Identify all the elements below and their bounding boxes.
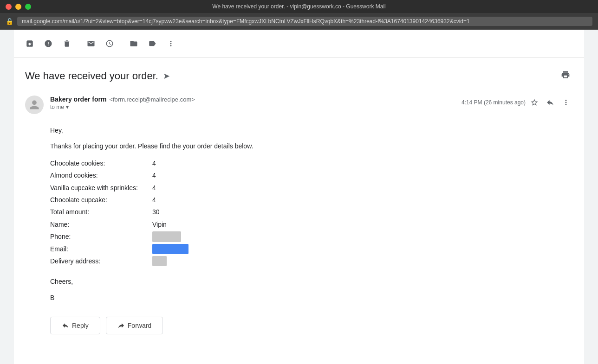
order-value: 4 xyxy=(152,157,188,169)
window-title: We have received your order. - vipin@gue… xyxy=(212,3,385,10)
title-bar: We have received your order. - vipin@gue… xyxy=(0,0,598,13)
order-label: Chocolate cupcake: xyxy=(50,194,152,206)
close-button[interactable] xyxy=(6,4,12,10)
reply-label: Reply xyxy=(72,322,89,329)
table-row: Delivery address: xyxy=(50,255,188,267)
order-value: Vipin xyxy=(152,218,188,230)
order-value: 4 xyxy=(152,169,188,181)
table-row: Phone: xyxy=(50,230,188,243)
address-bar: 🔒 mail.google.com/mail/u/1/?ui=2&view=bt… xyxy=(0,13,598,30)
table-row: Total amount: 30 xyxy=(50,206,188,218)
sender-row: Bakery order form <form.receipt@mailreci… xyxy=(25,96,573,114)
label-button[interactable] xyxy=(144,35,161,52)
more-actions-button[interactable] xyxy=(559,96,573,109)
table-row: Email: xyxy=(50,243,188,255)
email-body: Hey, Thanks for placing your order. Plea… xyxy=(25,125,573,303)
redacted-email xyxy=(152,244,188,254)
lock-icon: 🔒 xyxy=(6,18,13,25)
redacted-address xyxy=(152,256,167,266)
avatar xyxy=(25,96,44,114)
order-label: Name: xyxy=(50,218,152,230)
forward-button[interactable]: Forward xyxy=(106,317,163,334)
window-controls xyxy=(6,4,31,10)
action-buttons: Reply Forward xyxy=(25,317,573,334)
closing-cheers: Cheers, xyxy=(50,276,573,287)
mark-unread-button[interactable] xyxy=(83,35,99,52)
minimize-button[interactable] xyxy=(15,4,21,10)
order-value: 30 xyxy=(152,206,188,218)
email-toolbar xyxy=(14,30,584,58)
closing-initial: B xyxy=(50,293,573,303)
print-button[interactable] xyxy=(558,67,573,84)
sender-name-row: Bakery order form <form.receipt@mailreci… xyxy=(50,96,455,103)
maximize-button[interactable] xyxy=(25,4,31,10)
reply-quick-button[interactable] xyxy=(543,96,557,109)
intro-text: Thanks for placing your order. Please fi… xyxy=(50,141,573,151)
to-label: to me xyxy=(50,104,64,110)
to-dropdown-icon[interactable]: ▾ xyxy=(66,104,69,110)
sender-actions: 4:14 PM (26 minutes ago) xyxy=(462,96,573,109)
email-container: We have received your order. ➤ Bakery or… xyxy=(14,58,584,353)
order-table: Chocolate cookies: 4 Almond cookies: 4 V… xyxy=(50,157,188,268)
spam-button[interactable] xyxy=(40,35,57,52)
order-label: Almond cookies: xyxy=(50,169,152,181)
order-label: Total amount: xyxy=(50,206,152,218)
order-value: 4 xyxy=(152,182,188,194)
reply-button[interactable]: Reply xyxy=(50,317,100,334)
redacted-phone xyxy=(152,231,181,242)
email-timestamp: 4:14 PM (26 minutes ago) xyxy=(462,99,526,106)
order-value-email xyxy=(152,243,188,255)
forward-label: Forward xyxy=(128,322,151,329)
table-row: Almond cookies: 4 xyxy=(50,169,188,181)
to-row: to me ▾ xyxy=(50,104,455,110)
label-icon[interactable]: ➤ xyxy=(163,71,170,81)
url-bar[interactable]: mail.google.com/mail/u/1/?ui=2&view=btop… xyxy=(17,17,592,26)
order-label: Delivery address: xyxy=(50,255,152,267)
sender-email: <form.receipt@mailrecipe.com> xyxy=(109,96,195,103)
star-button[interactable] xyxy=(527,96,541,109)
order-label: Email: xyxy=(50,243,152,255)
order-value: 4 xyxy=(152,194,188,206)
email-client-main: We have received your order. ➤ Bakery or… xyxy=(14,30,584,364)
move-button[interactable] xyxy=(125,35,142,52)
more-button[interactable] xyxy=(162,35,179,52)
delete-button[interactable] xyxy=(58,35,75,52)
subject-row: We have received your order. ➤ xyxy=(25,67,573,84)
order-label: Chocolate cookies: xyxy=(50,157,152,169)
sender-info: Bakery order form <form.receipt@mailreci… xyxy=(50,96,455,110)
email-closing: Cheers, B xyxy=(50,276,573,303)
greeting: Hey, xyxy=(50,125,573,135)
order-value-address xyxy=(152,255,188,267)
archive-button[interactable] xyxy=(21,35,38,52)
snooze-button[interactable] xyxy=(101,35,118,52)
email-subject: We have received your order. xyxy=(25,70,158,82)
sender-name: Bakery order form xyxy=(50,96,106,103)
table-row: Name: Vipin xyxy=(50,218,188,230)
order-label: Phone: xyxy=(50,230,152,243)
order-value-phone xyxy=(152,230,188,243)
table-row: Chocolate cupcake: 4 xyxy=(50,194,188,206)
table-row: Chocolate cookies: 4 xyxy=(50,157,188,169)
order-label: Vanilla cupcake with sprinkles: xyxy=(50,182,152,194)
table-row: Vanilla cupcake with sprinkles: 4 xyxy=(50,182,188,194)
